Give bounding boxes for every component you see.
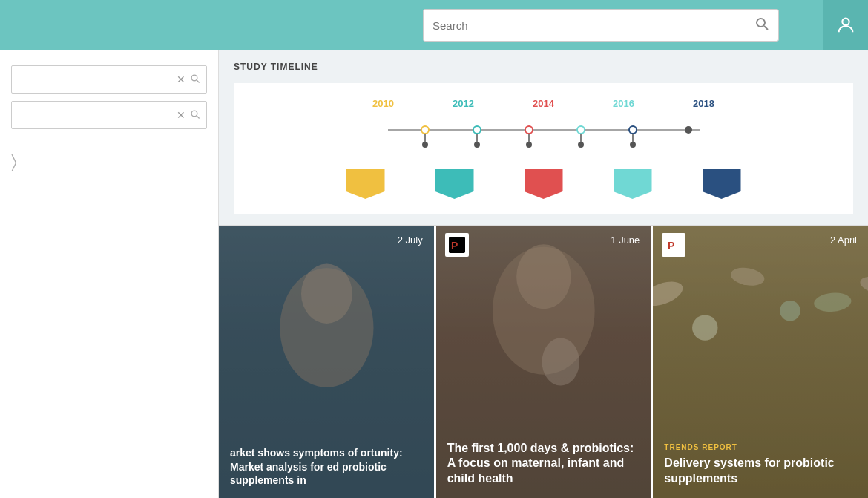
- search-input[interactable]: [433, 19, 754, 32]
- content-area: ✕ ✕ 〉 STUDY TIMELINE: [0, 50, 868, 498]
- filter-clear-1[interactable]: ✕: [177, 73, 185, 85]
- timeline-line-area: [256, 115, 831, 163]
- svg-text:P: P: [451, 240, 458, 252]
- filter-search-icon-2[interactable]: [190, 109, 200, 122]
- filter-input-1[interactable]: [18, 74, 177, 85]
- arrow-2014[interactable]: [525, 169, 563, 199]
- card-1-content: arket shows symptoms of ortunity: Market…: [219, 435, 434, 498]
- timeline-years: 2010 2012 2014 2016 2018: [256, 98, 831, 109]
- svg-point-17: [577, 126, 585, 134]
- svg-point-23: [685, 126, 692, 134]
- arrow-2010[interactable]: [346, 169, 385, 199]
- svg-point-8: [421, 126, 429, 134]
- cards-section: 2 July arket shows symptoms of ortunity:…: [219, 226, 868, 498]
- card-1[interactable]: 2 July arket shows symptoms of ortunity:…: [219, 226, 434, 498]
- svg-point-20: [629, 126, 637, 134]
- sidebar-filter-1[interactable]: ✕: [11, 65, 207, 94]
- svg-point-11: [473, 126, 481, 134]
- svg-line-1: [764, 26, 768, 30]
- svg-point-2: [842, 19, 849, 25]
- filter-clear-2[interactable]: ✕: [177, 109, 185, 121]
- svg-point-19: [578, 142, 584, 148]
- filter-input-2[interactable]: [18, 110, 177, 121]
- card-3-date: 2 April: [830, 235, 857, 246]
- search-bar[interactable]: [423, 9, 779, 42]
- arrow-2012[interactable]: [435, 169, 474, 199]
- svg-point-22: [630, 142, 636, 148]
- card-2[interactable]: 1 June P The first 1,000 days & probioti…: [434, 226, 651, 498]
- sidebar: ✕ ✕ 〉: [0, 50, 219, 498]
- card-2-title: The first 1,000 days & probiotics: A foc…: [447, 441, 640, 487]
- year-2016: 2016: [609, 98, 639, 109]
- card-1-date: 2 July: [398, 235, 423, 246]
- cursor-indicator: 〉: [11, 151, 207, 172]
- svg-text:P: P: [668, 240, 674, 252]
- arrow-2016[interactable]: [614, 169, 652, 199]
- year-2018: 2018: [689, 98, 719, 109]
- search-icon-button[interactable]: [754, 16, 769, 35]
- arrow-2018[interactable]: [703, 169, 741, 199]
- card-2-powerpoint-icon: P: [445, 233, 469, 257]
- timeline-arrows: [256, 169, 831, 199]
- svg-line-4: [197, 80, 200, 83]
- year-2014: 2014: [529, 98, 559, 109]
- user-icon-area[interactable]: [823, 0, 868, 50]
- card-2-date: 1 June: [611, 235, 640, 246]
- timeline-title: STUDY TIMELINE: [234, 62, 853, 72]
- timeline-svg[interactable]: [381, 115, 707, 163]
- card-3[interactable]: 2 April P TRENDS REPORT Delivery systems…: [651, 226, 868, 498]
- svg-point-3: [191, 75, 197, 81]
- card-3-title: Delivery systems for probiotic supplemen…: [664, 456, 857, 487]
- filter-search-icon-1[interactable]: [190, 73, 200, 86]
- powerpoint-icon-2: P: [665, 237, 682, 253]
- header: [0, 0, 868, 50]
- card-3-content: TRENDS REPORT Delivery systems for probi…: [653, 432, 868, 498]
- timeline-section: STUDY TIMELINE 2010 2012 2014 2016 2018: [219, 50, 868, 226]
- sidebar-filter-2[interactable]: ✕: [11, 101, 207, 129]
- timeline-container: 2010 2012 2014 2016 2018: [234, 83, 853, 214]
- svg-point-16: [526, 142, 532, 148]
- svg-point-14: [525, 126, 533, 134]
- card-3-tag: TRENDS REPORT: [664, 443, 857, 451]
- year-2012: 2012: [449, 98, 479, 109]
- card-1-title: arket shows symptoms of ortunity: Market…: [230, 446, 423, 487]
- year-2010: 2010: [369, 98, 398, 109]
- svg-point-5: [191, 111, 197, 117]
- svg-point-0: [757, 19, 765, 27]
- svg-point-10: [422, 142, 428, 148]
- card-3-powerpoint-icon: P: [662, 233, 685, 257]
- card-2-content: The first 1,000 days & probiotics: A foc…: [436, 430, 651, 498]
- search-container: [0, 9, 823, 42]
- powerpoint-icon: P: [449, 237, 465, 253]
- main-content: STUDY TIMELINE 2010 2012 2014 2016 2018: [219, 50, 868, 498]
- svg-point-13: [474, 142, 480, 148]
- svg-line-6: [197, 116, 200, 119]
